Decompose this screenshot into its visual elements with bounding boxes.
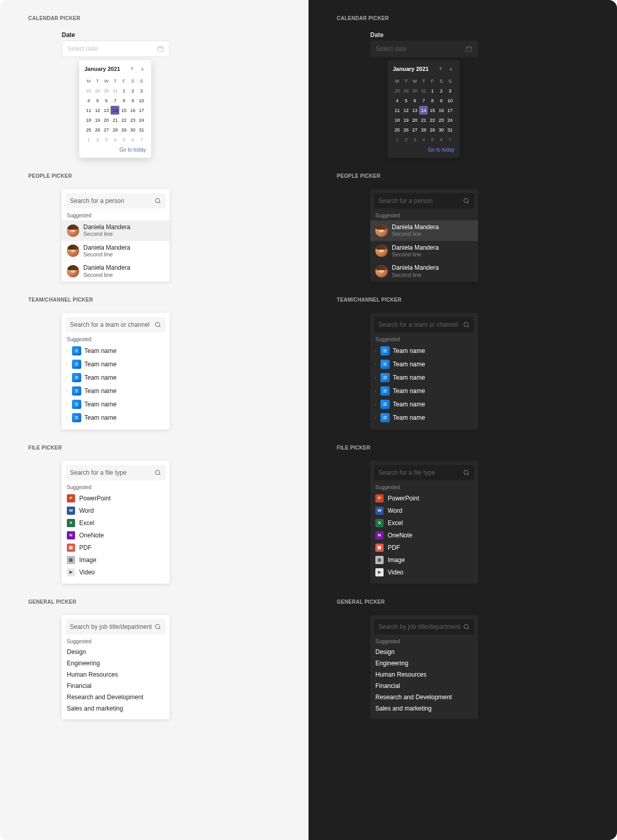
- file-item[interactable]: ▶ Video: [370, 566, 478, 578]
- calendar-day[interactable]: 14: [419, 106, 428, 115]
- calendar-day[interactable]: 31: [137, 125, 146, 134]
- person-item[interactable]: Daniela Mandera Second line: [370, 241, 478, 262]
- calendar-day[interactable]: 8: [428, 96, 437, 105]
- calendar-day[interactable]: 30: [102, 86, 111, 95]
- calendar-next-button[interactable]: [447, 65, 455, 72]
- calendar-day[interactable]: 24: [446, 116, 455, 124]
- person-item[interactable]: Daniela Mandera Second line: [370, 220, 478, 241]
- general-item[interactable]: Engineering: [62, 658, 170, 669]
- team-item[interactable]: Team name: [62, 371, 170, 384]
- calendar-day[interactable]: 28: [84, 86, 93, 95]
- team-item[interactable]: Team name: [370, 384, 478, 398]
- expand-chevron-icon[interactable]: [373, 389, 377, 393]
- calendar-day[interactable]: 31: [419, 86, 428, 95]
- go-to-today-link[interactable]: Go to today: [119, 147, 146, 153]
- calendar-day[interactable]: 3: [410, 135, 419, 144]
- calendar-day[interactable]: 14: [111, 106, 119, 115]
- person-item[interactable]: Daniela Mandera Second line: [62, 241, 170, 262]
- calendar-day[interactable]: 25: [84, 125, 93, 134]
- team-item[interactable]: Team name: [62, 344, 170, 358]
- calendar-month-title[interactable]: January 2021: [393, 66, 429, 72]
- calendar-day[interactable]: 1: [393, 135, 402, 144]
- calendar-day[interactable]: 5: [120, 135, 129, 144]
- calendar-next-button[interactable]: [139, 65, 146, 72]
- calendar-day[interactable]: 19: [93, 116, 102, 124]
- calendar-prev-button[interactable]: [437, 65, 444, 72]
- team-item[interactable]: Team name: [370, 358, 478, 371]
- people-search-input[interactable]: Search for a person: [66, 193, 166, 209]
- go-to-today-link[interactable]: Go to today: [428, 147, 455, 153]
- calendar-day[interactable]: 28: [111, 125, 119, 134]
- calendar-day[interactable]: 28: [393, 86, 402, 95]
- calendar-day[interactable]: 31: [446, 125, 455, 134]
- calendar-day[interactable]: 30: [129, 125, 137, 134]
- calendar-day[interactable]: 30: [410, 86, 419, 95]
- calendar-day[interactable]: 18: [84, 116, 93, 124]
- calendar-day[interactable]: 29: [402, 86, 410, 95]
- calendar-day[interactable]: 9: [437, 96, 446, 105]
- calendar-day[interactable]: 2: [402, 135, 410, 144]
- calendar-day[interactable]: 9: [129, 96, 137, 105]
- general-item[interactable]: Design: [370, 646, 478, 658]
- person-item[interactable]: Daniela Mandera Second line: [62, 220, 170, 241]
- calendar-day[interactable]: 7: [111, 96, 119, 105]
- team-item[interactable]: Team name: [370, 398, 478, 411]
- calendar-day[interactable]: 7: [419, 96, 428, 105]
- calendar-day[interactable]: 13: [410, 106, 419, 115]
- calendar-day[interactable]: 7: [446, 135, 455, 144]
- file-item[interactable]: N OneNote: [370, 529, 478, 542]
- team-item[interactable]: Team name: [370, 344, 478, 358]
- calendar-day[interactable]: 15: [428, 106, 437, 115]
- calendar-day[interactable]: 26: [93, 125, 102, 134]
- calendar-day[interactable]: 2: [437, 86, 446, 95]
- calendar-day[interactable]: 10: [137, 96, 146, 105]
- calendar-day[interactable]: 21: [111, 116, 119, 124]
- calendar-day[interactable]: 2: [93, 135, 102, 144]
- general-item[interactable]: Research and Development: [62, 692, 170, 703]
- calendar-day[interactable]: 27: [102, 125, 111, 134]
- calendar-day[interactable]: 29: [93, 86, 102, 95]
- file-item[interactable]: W Word: [370, 505, 478, 517]
- calendar-day[interactable]: 4: [419, 135, 428, 144]
- calendar-day[interactable]: 19: [402, 116, 410, 124]
- calendar-day[interactable]: 5: [402, 96, 410, 105]
- calendar-day[interactable]: 4: [393, 96, 402, 105]
- calendar-day[interactable]: 7: [137, 135, 146, 144]
- calendar-day[interactable]: 11: [393, 106, 402, 115]
- calendar-day[interactable]: 23: [437, 116, 446, 124]
- general-search-input[interactable]: Search by job title/department: [374, 619, 474, 634]
- file-item[interactable]: P PowerPoint: [62, 492, 170, 505]
- calendar-day[interactable]: 21: [419, 116, 428, 124]
- file-item[interactable]: ▤ PDF: [62, 542, 170, 554]
- calendar-day[interactable]: 13: [102, 106, 111, 115]
- calendar-day[interactable]: 3: [446, 86, 455, 95]
- person-item[interactable]: Daniela Mandera Second line: [62, 261, 170, 282]
- calendar-day[interactable]: 29: [120, 125, 129, 134]
- calendar-day[interactable]: 8: [120, 96, 129, 105]
- calendar-day[interactable]: 1: [428, 86, 437, 95]
- expand-chevron-icon[interactable]: [373, 402, 377, 406]
- calendar-day[interactable]: 20: [102, 116, 111, 124]
- file-item[interactable]: ▤ PDF: [370, 542, 478, 554]
- team-search-input[interactable]: Search for a team or channel: [374, 317, 474, 332]
- calendar-day[interactable]: 17: [446, 106, 455, 115]
- expand-chevron-icon[interactable]: [65, 376, 69, 380]
- people-search-input[interactable]: Search for a person: [374, 193, 474, 209]
- general-search-input[interactable]: Search by job title/department: [66, 619, 166, 634]
- general-item[interactable]: Design: [62, 646, 170, 658]
- expand-chevron-icon[interactable]: [373, 349, 377, 353]
- calendar-day[interactable]: 3: [102, 135, 111, 144]
- calendar-day[interactable]: 17: [137, 106, 146, 115]
- calendar-day[interactable]: 16: [129, 106, 137, 115]
- file-item[interactable]: ▶ Video: [62, 566, 170, 578]
- calendar-day[interactable]: 11: [84, 106, 93, 115]
- calendar-day[interactable]: 16: [437, 106, 446, 115]
- calendar-day[interactable]: 27: [410, 125, 419, 134]
- calendar-day[interactable]: 22: [120, 116, 129, 124]
- expand-chevron-icon[interactable]: [373, 362, 377, 366]
- calendar-day[interactable]: 25: [393, 125, 402, 134]
- file-item[interactable]: X Excel: [62, 517, 170, 529]
- general-item[interactable]: Financial: [370, 680, 478, 692]
- team-search-input[interactable]: Search for a team or channel: [66, 317, 166, 332]
- calendar-day[interactable]: 24: [137, 116, 146, 124]
